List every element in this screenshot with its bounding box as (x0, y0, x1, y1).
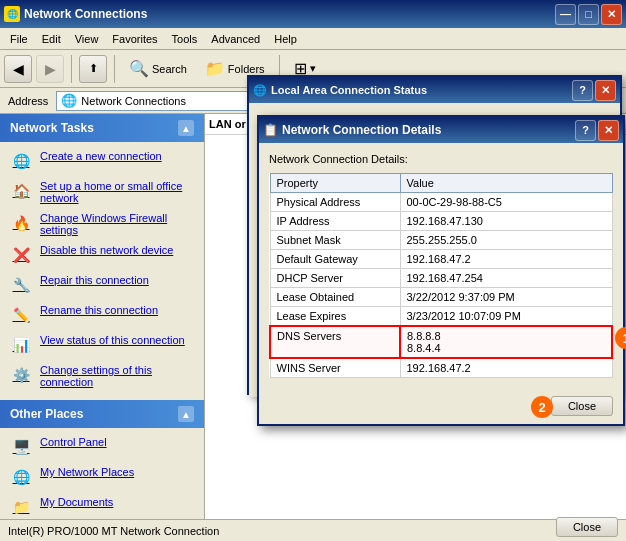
task-control-panel[interactable]: 🖥️ Control Panel (0, 432, 204, 462)
menu-bar: File Edit View Favorites Tools Advanced … (0, 28, 626, 50)
view-dropdown-icon: ▾ (310, 62, 316, 75)
val-physical: 00-0C-29-98-88-C5 (400, 193, 612, 212)
main-close-button[interactable]: ✕ (601, 4, 622, 25)
task-firewall-label: Change Windows Firewall settings (40, 212, 194, 236)
val-dns: 8.8.8.8 8.8.4.4 (400, 326, 612, 358)
task-setup-label: Set up a home or small office network (40, 180, 194, 204)
val-ip: 192.168.47.130 (400, 212, 612, 231)
task-control-panel-label: Control Panel (40, 436, 107, 448)
table-row: Lease Expires 3/23/2012 10:07:09 PM (270, 307, 612, 327)
rename-icon: ✏️ (10, 304, 32, 326)
status-text: Intel(R) PRO/1000 MT Network Connection (8, 525, 219, 537)
toolbar-separator-1 (71, 55, 72, 83)
lac-window-icon: 🌐 (253, 84, 267, 97)
network-tasks-toggle[interactable]: ▲ (178, 120, 194, 136)
back-button[interactable]: ◀ (4, 55, 32, 83)
folders-label: Folders (228, 63, 265, 75)
window-title: Network Connections (24, 7, 147, 21)
ncd-title-bar: 📋 Network Connection Details ? ✕ (259, 117, 623, 143)
ncd-window-icon: 📋 (263, 123, 278, 137)
task-my-network-label: My Network Places (40, 466, 134, 478)
table-row: Subnet Mask 255.255.255.0 (270, 231, 612, 250)
title-bar-buttons: — □ ✕ (555, 4, 622, 25)
repair-icon: 🔧 (10, 274, 32, 296)
table-row: Default Gateway 192.168.47.2 (270, 250, 612, 269)
create-connection-icon: 🌐 (10, 150, 32, 172)
setup-network-icon: 🏠 (10, 180, 32, 202)
ncd-footer: Close (259, 388, 623, 424)
prop-lease-obtained: Lease Obtained (270, 288, 400, 307)
control-panel-icon: 🖥️ (10, 436, 32, 458)
task-rename[interactable]: ✏️ Rename this connection (0, 300, 204, 330)
task-view-status[interactable]: 📊 View status of this connection (0, 330, 204, 360)
task-repair[interactable]: 🔧 Repair this connection (0, 270, 204, 300)
task-rename-label: Rename this connection (40, 304, 158, 316)
menu-file[interactable]: File (4, 31, 34, 47)
ncd-subtitle: Network Connection Details: (269, 153, 613, 165)
menu-view[interactable]: View (69, 31, 105, 47)
other-places-header[interactable]: Other Places ▲ (0, 400, 204, 428)
my-docs-icon: 📁 (10, 496, 32, 518)
other-places-section: Other Places ▲ 🖥️ Control Panel 🌐 My Net… (0, 400, 204, 519)
task-setup-network[interactable]: 🏠 Set up a home or small office network (0, 176, 204, 208)
lac-title-bar: 🌐 Local Area Connection Status ? ✕ (249, 77, 620, 103)
folders-icon: 📁 (205, 59, 225, 78)
bottom-close-area: Close (556, 517, 618, 537)
val-dhcp: 192.168.47.254 (400, 269, 612, 288)
minimize-button[interactable]: — (555, 4, 576, 25)
menu-help[interactable]: Help (268, 31, 303, 47)
left-panel: Network Tasks ▲ 🌐 Create a new connectio… (0, 114, 205, 519)
forward-button[interactable]: ▶ (36, 55, 64, 83)
title-bar: 🌐 Network Connections — □ ✕ (0, 0, 626, 28)
search-icon: 🔍 (129, 59, 149, 78)
ncd-close-button[interactable]: ✕ (598, 120, 619, 141)
ncd-help-button[interactable]: ? (575, 120, 596, 141)
prop-dns: DNS Servers (270, 326, 400, 358)
menu-edit[interactable]: Edit (36, 31, 67, 47)
annotation-circle-2: 2 (531, 396, 553, 418)
lac-help-button[interactable]: ? (572, 80, 593, 101)
view-status-icon: 📊 (10, 334, 32, 356)
maximize-button[interactable]: □ (578, 4, 599, 25)
table-header-property: Property (270, 174, 400, 193)
val-subnet: 255.255.255.0 (400, 231, 612, 250)
bottom-close-button[interactable]: Close (556, 517, 618, 537)
val-wins: 192.168.47.2 (400, 358, 612, 378)
table-row: Physical Address 00-0C-29-98-88-C5 (270, 193, 612, 212)
task-my-docs[interactable]: 📁 My Documents (0, 492, 204, 519)
window-icon: 🌐 (4, 6, 20, 22)
task-create-connection[interactable]: 🌐 Create a new connection (0, 146, 204, 176)
task-my-docs-label: My Documents (40, 496, 113, 508)
change-settings-icon: ⚙️ (10, 364, 32, 386)
firewall-icon: 🔥 (10, 212, 32, 234)
task-my-network[interactable]: 🌐 My Network Places (0, 462, 204, 492)
dns-row: DNS Servers 8.8.8.8 8.8.4.4 (270, 326, 612, 358)
detail-table: Property Value Physical Address 00-0C-29… (269, 173, 613, 378)
task-change-settings[interactable]: ⚙️ Change settings of this connection (0, 360, 204, 392)
up-button[interactable]: ⬆ (79, 55, 107, 83)
other-places-title: Other Places (10, 407, 83, 421)
table-row: IP Address 192.168.47.130 (270, 212, 612, 231)
ncd-body: Network Connection Details: Property Val… (259, 143, 623, 388)
title-bar-left: 🌐 Network Connections (4, 6, 147, 22)
search-label: Search (152, 63, 187, 75)
address-icon: 🌐 (61, 93, 77, 108)
prop-physical: Physical Address (270, 193, 400, 212)
task-firewall[interactable]: 🔥 Change Windows Firewall settings (0, 208, 204, 240)
val-gateway: 192.168.47.2 (400, 250, 612, 269)
network-tasks-header[interactable]: Network Tasks ▲ (0, 114, 204, 142)
dns-value-2: 8.8.4.4 (407, 342, 605, 354)
lac-close-button[interactable]: ✕ (595, 80, 616, 101)
search-button[interactable]: 🔍 Search (122, 55, 194, 82)
val-lease-expires: 3/23/2012 10:07:09 PM (400, 307, 612, 327)
menu-favorites[interactable]: Favorites (106, 31, 163, 47)
menu-advanced[interactable]: Advanced (205, 31, 266, 47)
prop-ip: IP Address (270, 212, 400, 231)
status-bar: Intel(R) PRO/1000 MT Network Connection (0, 519, 626, 541)
other-places-toggle[interactable]: ▲ (178, 406, 194, 422)
dns-value-1: 8.8.8.8 (407, 330, 605, 342)
task-disable[interactable]: ❌ Disable this network device (0, 240, 204, 270)
ncd-close-btn[interactable]: Close (551, 396, 613, 416)
task-repair-label: Repair this connection (40, 274, 149, 286)
menu-tools[interactable]: Tools (166, 31, 204, 47)
